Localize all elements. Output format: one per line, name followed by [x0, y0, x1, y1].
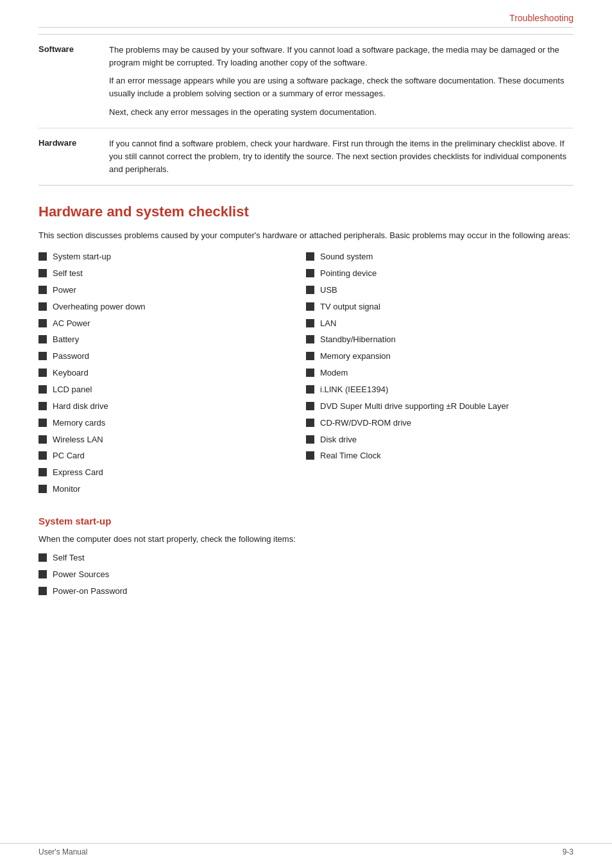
bullet-icon: [306, 435, 314, 444]
list-item: DVD Super Multi drive supporting ±R Doub…: [306, 401, 574, 413]
list-item-label: DVD Super Multi drive supporting ±R Doub…: [320, 401, 509, 413]
bullet-icon: [306, 335, 314, 343]
bullet-icon: [38, 451, 47, 460]
bullet-icon: [38, 419, 47, 427]
list-item: AC Power: [38, 318, 306, 330]
list-item: Power-on Password: [38, 586, 574, 598]
list-item-label: Monitor: [53, 483, 80, 496]
footer-right: 9-3: [563, 847, 574, 856]
list-item: i.LINK (IEEE1394): [306, 384, 574, 396]
list-item-label: Wireless LAN: [53, 434, 103, 446]
bullet-icon: [38, 286, 47, 294]
software-hardware-table: Software The problems may be caused by y…: [38, 34, 574, 186]
bullet-icon: [38, 587, 47, 595]
list-item: Monitor: [38, 483, 306, 496]
table-content-hardware: If you cannot find a software problem, c…: [109, 137, 574, 176]
bullet-icon: [306, 451, 314, 460]
bullet-icon: [306, 369, 314, 377]
bullet-icon: [38, 335, 47, 343]
table-content-software: The problems may be caused by your softw…: [109, 44, 574, 119]
list-item-label: Pointing device: [320, 268, 377, 280]
list-item: System start-up: [38, 251, 306, 263]
bullet-icon: [306, 385, 314, 394]
bullet-icon: [306, 402, 314, 410]
list-item-label: Power-on Password: [53, 586, 127, 598]
page: Troubleshooting Software The problems ma…: [0, 0, 612, 628]
list-item-label: i.LINK (IEEE1394): [320, 384, 388, 396]
list-item-label: Hard disk drive: [53, 401, 108, 413]
list-item-label: Overheating power down: [53, 301, 146, 313]
bullet-icon: [38, 352, 47, 360]
list-item-label: Self Test: [53, 552, 85, 564]
list-item: LCD panel: [38, 384, 306, 396]
list-item: Standby/Hibernation: [306, 334, 574, 346]
list-item: Hard disk drive: [38, 401, 306, 413]
bullet-icon: [306, 352, 314, 360]
system-startup-heading: System start-up: [38, 516, 574, 526]
bullet-icon: [38, 402, 47, 410]
list-item: Power Sources: [38, 569, 574, 581]
system-startup-intro: When the computer does not start properl…: [38, 533, 574, 546]
bullet-icon: [38, 435, 47, 444]
list-item: Express Card: [38, 467, 306, 479]
list-item: Sound system: [306, 251, 574, 263]
list-item-label: Self test: [53, 268, 83, 280]
list-item: Keyboard: [38, 367, 306, 379]
list-item-label: Sound system: [320, 251, 373, 263]
list-item-label: Standby/Hibernation: [320, 334, 396, 346]
list-item-label: Keyboard: [53, 367, 89, 379]
bullet-icon: [306, 286, 314, 294]
table-row: Hardware If you cannot find a software p…: [38, 128, 574, 185]
list-item: Battery: [38, 334, 306, 346]
software-para-2: If an error message appears while you ar…: [109, 74, 574, 100]
list-item: Self Test: [38, 552, 574, 564]
list-item-label: Power: [53, 284, 76, 297]
bullet-icon: [38, 570, 47, 578]
list-item-label: Memory cards: [53, 417, 105, 430]
list-item: Real Time Clock: [306, 450, 574, 462]
bullet-icon: [38, 553, 47, 562]
list-item: Self test: [38, 268, 306, 280]
list-item-label: Modem: [320, 367, 348, 379]
bullet-icon: [306, 419, 314, 427]
list-item: Modem: [306, 367, 574, 379]
table-label-hardware: Hardware: [38, 137, 109, 176]
bullet-icon: [306, 302, 314, 311]
list-item-label: LAN: [320, 318, 336, 330]
list-item-label: AC Power: [53, 318, 90, 330]
list-item-label: System start-up: [53, 251, 111, 263]
table-row: Software The problems may be caused by y…: [38, 35, 574, 128]
list-item-label: PC Card: [53, 450, 85, 462]
list-item: LAN: [306, 318, 574, 330]
bullet-icon: [38, 302, 47, 311]
list-item: USB: [306, 284, 574, 297]
hardware-checklist-heading: Hardware and system checklist: [38, 204, 574, 220]
checklist-col-2: Sound systemPointing deviceUSBTV output …: [306, 251, 574, 500]
bullet-icon: [38, 252, 47, 261]
list-item-label: Express Card: [53, 467, 103, 479]
list-item-label: Password: [53, 351, 89, 363]
list-item-label: Memory expansion: [320, 351, 391, 363]
list-item-label: USB: [320, 284, 337, 297]
footer-left: User's Manual: [38, 847, 87, 856]
list-item: CD-RW/DVD-ROM drive: [306, 417, 574, 430]
list-item: Memory cards: [38, 417, 306, 430]
table-label-software: Software: [38, 44, 109, 119]
list-item-label: TV output signal: [320, 301, 380, 313]
hardware-checklist-intro: This section discusses problems caused b…: [38, 229, 574, 242]
list-item: Disk drive: [306, 434, 574, 446]
list-item-label: Battery: [53, 334, 79, 346]
startup-list: Self TestPower SourcesPower-on Password: [38, 552, 574, 598]
list-item-label: LCD panel: [53, 384, 92, 396]
bullet-icon: [306, 252, 314, 261]
bullet-icon: [306, 319, 314, 327]
bullet-icon: [38, 269, 47, 277]
list-item-label: Real Time Clock: [320, 450, 381, 462]
software-para-3: Next, check any error messages in the op…: [109, 106, 574, 119]
checklist-container: System start-upSelf testPowerOverheating…: [38, 251, 574, 500]
bullet-icon: [38, 369, 47, 377]
software-para-1: The problems may be caused by your softw…: [109, 44, 574, 69]
checklist-col-1: System start-upSelf testPowerOverheating…: [38, 251, 306, 500]
bullet-icon: [306, 269, 314, 277]
footer: User's Manual 9-3: [0, 843, 612, 856]
